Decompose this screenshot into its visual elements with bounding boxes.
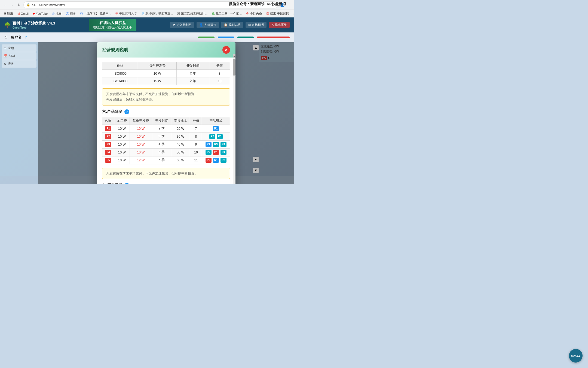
p1-direct-cost: 20 W — [171, 125, 190, 132]
bookmark-weixueshu[interactable]: W 【微学术】-免费中... — [78, 11, 113, 16]
scroll-down-2[interactable]: ▼ — [253, 168, 259, 173]
p1-score: 7 — [190, 125, 202, 132]
calendar-icon: 📅 — [4, 54, 8, 58]
material-help-icon[interactable]: ? — [124, 183, 129, 184]
material-section-heading: 七.原料设置 ? — [102, 183, 230, 184]
scroll-thumb — [233, 59, 235, 76]
youtube-icon: ▶ — [33, 12, 35, 15]
modal-content: 价格 每年开发费 开发时间 分值 ISO9000 10 W — [97, 58, 235, 184]
enter-judge-label: 进入裁判组 — [177, 23, 192, 27]
scroll-up-arrow[interactable]: ▲ — [233, 54, 235, 58]
col-dev-time: 开发时间 — [152, 117, 171, 125]
modal-body[interactable]: 价格 每年开发费 开发时间 分值 ISO9000 10 W — [97, 58, 235, 184]
gmail-icon: M — [17, 12, 20, 15]
action-btn-4[interactable] — [257, 37, 290, 38]
sidebar: ⊞ 空地 📅 订单 ↻ 应收 — [0, 42, 38, 184]
r2-badge-p2: R2 — [209, 134, 215, 139]
scroll-up[interactable]: ▲ — [253, 45, 259, 50]
mail-icon: ✉ — [248, 23, 251, 27]
rules-label: 规则说明 — [229, 23, 241, 27]
user-bar: ① 用户名 ? — [0, 32, 294, 42]
scroll-down[interactable]: ▼ — [253, 157, 259, 162]
action-btn-2[interactable] — [218, 37, 234, 38]
p1-processing: 10 W — [114, 125, 130, 132]
cert-score-1: 8 — [209, 70, 230, 77]
bookmark-dongjian[interactable]: 洞 洞见研报-赋能商业... — [140, 11, 174, 16]
col-direct-cost: 直接成本 — [171, 117, 190, 125]
r4-badge-p4: R4 — [220, 150, 226, 155]
enter-judge-button[interactable]: ⚑ 进入裁判组 — [170, 22, 194, 28]
dongjian-icon: 洞 — [142, 11, 145, 16]
p4-components: R2 P1 R4 — [202, 148, 230, 156]
col-components: 产品组成 — [202, 117, 230, 125]
exit-label: 退出系统 — [275, 23, 287, 27]
tree-icon: 🌳 — [4, 22, 10, 28]
cert-time-2: 2 年 — [177, 77, 209, 85]
forward-button[interactable]: → — [9, 2, 15, 8]
material-section-title: 七.原料设置 — [102, 183, 122, 184]
exit-icon: ✕ — [271, 23, 274, 27]
brand-sub: GreatTree — [13, 26, 55, 29]
p3-direct-cost: 40 W — [171, 140, 190, 148]
product-table: 名称 加工费 每季开发费 开发时间 直接成本 分值 产品组成 — [102, 117, 230, 164]
ranking-button[interactable]: 👤 人机排行 — [197, 22, 219, 28]
app-banner: 🌳 百树 | 电子沙盘系统 V4.3 GreatTree 在线玩人机沙盘 在线云… — [0, 17, 294, 32]
market-label: 市场预测 — [252, 23, 264, 27]
stock-icon: 第 — [177, 11, 180, 16]
user-avatar-icon: ① — [4, 35, 8, 39]
sidebar-item-receivable[interactable]: ↻ 应收 — [2, 60, 36, 68]
p1-dev-cost: 10 W — [130, 125, 152, 132]
bookmark-translate[interactable]: 文 翻译 — [64, 11, 77, 16]
menu-button[interactable]: ⋮ — [286, 2, 292, 8]
bookmark-cdc[interactable]: 中 中国药科大学 — [114, 11, 139, 16]
reload-button[interactable]: ↻ — [16, 2, 22, 8]
product-note-text: 开发费用在季末平均支付，不允许加速投资，但可以中断投资。 — [106, 171, 198, 175]
cert-annual-2: 15 W — [138, 77, 177, 85]
table-row: ISO14000 15 W 2 年 10 — [102, 77, 230, 85]
modal-scrollbar[interactable]: ▲ ▼ — [233, 54, 235, 184]
p2-badge-p5: P2 — [206, 158, 212, 163]
modal-close-button[interactable]: ✕ — [222, 46, 230, 54]
main-area: ⊞ 空地 📅 订单 ↻ 应收 应收账款: 0W 到期贷款: 0W P5 — [0, 42, 294, 184]
bookmark-toutiao[interactable]: 今 今日头条 — [244, 11, 264, 16]
p5-direct-cost: 60 W — [171, 156, 190, 164]
product-section-title: 六.产品研发 — [102, 109, 122, 114]
center-content: 应收账款: 0W 到期贷款: 0W P5 0 ▲ ▼ ▼ 经营规则说明 — [38, 42, 294, 184]
product-help-icon[interactable]: ? — [124, 109, 129, 114]
weixueshu-icon: W — [80, 12, 83, 15]
market-button[interactable]: ✉ 市场预测 — [246, 22, 267, 28]
r4-badge-p3: R4 — [220, 142, 226, 147]
banner-ad: 在线玩人机沙盘 在线云帐号自动分发无忧上手 — [89, 19, 136, 31]
back-button[interactable]: ← — [2, 2, 8, 8]
bookmark-cnki[interactable]: 搜 搜索-中国知网 — [265, 11, 291, 16]
bookmark-apps[interactable]: ⊞ 应用 — [2, 11, 15, 16]
exit-button[interactable]: ✕ 退出系统 — [269, 22, 290, 28]
cert-time-1: 2 年 — [177, 70, 209, 77]
col-processing: 加工费 — [114, 117, 130, 125]
rabbit-icon: 兔 — [212, 11, 215, 16]
product-note: 开发费用在季末平均支付，不允许加速投资，但可以中断投资。 — [102, 168, 230, 179]
bookmark-gmail[interactable]: M Gmail — [16, 11, 30, 16]
sidebar-item-orders[interactable]: 📅 订单 — [2, 52, 36, 60]
action-btn-1[interactable] — [198, 37, 215, 38]
action-btn-3[interactable] — [237, 37, 254, 38]
bookmark-more[interactable]: » — [292, 11, 294, 16]
cert-note: 开发费用在年末平均支付，不允许加速投资，但可以中断投资； 开发完成后，领取相应的… — [102, 88, 230, 105]
bookmark-maps[interactable]: ◎ 地图 — [50, 11, 63, 16]
p5-score: 11 — [190, 156, 202, 164]
p5-dev-time: 5 季 — [152, 156, 171, 164]
cert-table: 价格 每年开发费 开发时间 分值 ISO9000 10 W — [102, 62, 230, 85]
p3-components: R1 R3 R4 — [202, 140, 230, 148]
p2-components: R2 R3 — [202, 132, 230, 140]
p4-score: 10 — [190, 148, 202, 156]
bookmark-stock[interactable]: 第 第二次员工持股计... — [176, 11, 209, 16]
r3-badge-p3: R3 — [213, 142, 219, 147]
bookmark-youtube[interactable]: ▶ YouTube — [31, 11, 49, 16]
help-icon[interactable]: ? — [25, 35, 27, 39]
bookmark-rabbit[interactable]: 兔 兔二工具 - 一个能... — [210, 11, 243, 16]
sidebar-item-grid[interactable]: ⊞ 空地 — [2, 44, 36, 52]
rules-button[interactable]: 📋 规则说明 — [221, 22, 243, 28]
user-label: 用户名 — [11, 35, 22, 40]
p1-dev-time: 2 季 — [152, 125, 171, 132]
sidebar-orders-label: 订单 — [9, 54, 15, 58]
